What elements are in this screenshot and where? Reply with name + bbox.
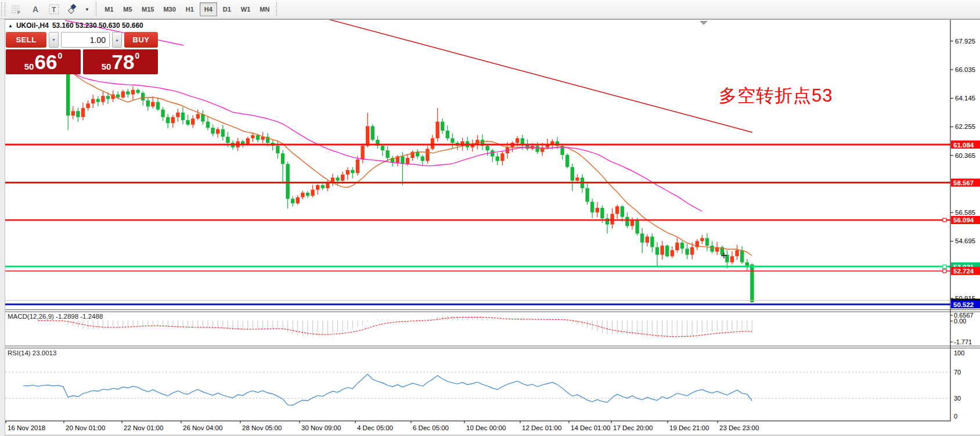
svg-text:70: 70 xyxy=(954,369,961,376)
volume-input[interactable] xyxy=(61,32,110,48)
date-tick-label: 23 Dec 23:00 xyxy=(719,424,759,431)
timeframe-button-m5[interactable]: M5 xyxy=(119,2,136,16)
date-tick-label: 4 Dec 05:00 xyxy=(357,424,393,431)
svg-text:T: T xyxy=(52,6,56,14)
sell-price-head: 50 xyxy=(24,62,34,71)
text-tool-icon[interactable]: A xyxy=(28,2,43,16)
svg-text:100: 100 xyxy=(954,349,964,356)
label-tool-icon[interactable]: T xyxy=(46,2,62,16)
price-tick-label: 67.925 xyxy=(955,38,975,45)
buy-price-big: 78 xyxy=(111,51,134,73)
sell-price-display[interactable]: 50 66 0 xyxy=(6,49,81,74)
date-tick-label: 28 Nov 05:00 xyxy=(242,424,282,431)
price-tick-label: 60.365 xyxy=(955,152,975,159)
trend-line-0[interactable] xyxy=(328,19,752,132)
timeframe-button-h4[interactable]: H4 xyxy=(200,2,217,16)
price-tick-label: 54.695 xyxy=(955,237,975,244)
window-gutter xyxy=(0,19,5,436)
date-tick-label: 16 Nov 2018 xyxy=(8,424,45,431)
date-tick-label: 26 Nov 04:00 xyxy=(183,424,222,431)
buy-button[interactable]: BUY xyxy=(124,32,158,48)
crosshair-grid-icon[interactable]: F xyxy=(9,2,24,16)
rsi-line xyxy=(23,374,752,406)
date-tick-label: 19 Dec 21:00 xyxy=(669,424,709,431)
collapse-arrow-icon[interactable]: ▲ xyxy=(8,23,13,28)
timeframe-group: M1M5M15M30H1H4D1W1MN xyxy=(100,2,274,16)
shapes-dropdown-caret-icon[interactable]: ▼ xyxy=(84,2,91,16)
buy-price-sup: 0 xyxy=(135,51,139,60)
price-tick-label: 56.585 xyxy=(955,209,975,216)
svg-text:0: 0 xyxy=(954,413,957,420)
price-badge: 50.522 xyxy=(953,301,974,308)
timeframe-button-d1[interactable]: D1 xyxy=(218,2,236,16)
buy-price-display[interactable]: 50 78 0 xyxy=(83,49,158,74)
timeframe-button-m1[interactable]: M1 xyxy=(100,2,118,16)
one-click-trading-panel: SELL ▼ ▲ BUY 50 66 0 50 78 0 xyxy=(6,32,158,74)
date-tick-label: 10 Dec 00:00 xyxy=(466,424,506,431)
volume-decrease-button[interactable]: ▼ xyxy=(49,32,59,48)
date-tick-label: 12 Dec 01:00 xyxy=(522,424,561,431)
symbol-period-label: UKOil-,H4 xyxy=(16,21,49,30)
toolbar: F A T ▼ M1M5M15M30H1H4D1W1MN xyxy=(0,0,980,19)
toolbar-separator xyxy=(276,2,277,16)
price-badge: 61.084 xyxy=(953,142,974,149)
date-tick-label: 17 Dec 20:00 xyxy=(613,424,653,431)
axes-layer: 1007030067.92566.03564.14562.25560.36556… xyxy=(5,20,980,436)
svg-text:F: F xyxy=(17,10,20,15)
price-tick-label: 62.255 xyxy=(955,123,975,130)
price-badge: 52.724 xyxy=(953,268,974,275)
bar-shift-marker-icon[interactable] xyxy=(700,21,708,25)
date-tick-label: 14 Dec 01:00 xyxy=(571,424,610,431)
timeframe-button-h1[interactable]: H1 xyxy=(181,2,199,16)
toolbar-grip[interactable] xyxy=(1,2,5,16)
macd-signal-line xyxy=(38,317,752,337)
timeframe-button-mn[interactable]: MN xyxy=(255,2,273,16)
toolbar-separator xyxy=(96,2,96,16)
macd-indicator-label: MACD(12,26,9) -1.2898 -1.2488 xyxy=(8,313,103,320)
sell-price-sup: 0 xyxy=(57,51,62,60)
date-tick-label: 6 Dec 05:00 xyxy=(413,424,449,431)
macd-pane[interactable] xyxy=(28,316,752,338)
chart-annotation: 多空转折点53 xyxy=(719,84,833,108)
date-tick-label: 22 Nov 01:00 xyxy=(124,424,163,431)
buy-price-head: 50 xyxy=(102,62,111,71)
sell-button[interactable]: SELL xyxy=(6,32,46,48)
timeframe-button-m30[interactable]: M30 xyxy=(159,2,179,16)
price-badge: 58.567 xyxy=(953,179,974,186)
timeframe-button-m15[interactable]: M15 xyxy=(138,2,158,16)
rsi-pane[interactable] xyxy=(5,372,950,405)
trading-terminal: F A T ▼ M1M5M15M30H1H4D1W1MN 1007030067.… xyxy=(0,0,980,436)
price-tick-label: 66.035 xyxy=(955,66,975,73)
sell-price-big: 66 xyxy=(34,51,57,73)
svg-text:-1.771: -1.771 xyxy=(954,338,972,345)
rsi-indicator-label: RSI(14) 23.0013 xyxy=(8,349,56,356)
price-tick-label: 64.145 xyxy=(955,95,975,102)
volume-increase-button[interactable]: ▲ xyxy=(112,32,122,48)
date-tick-label: 30 Nov 09:00 xyxy=(301,424,341,431)
svg-text:30: 30 xyxy=(954,395,961,402)
svg-text:0.00: 0.00 xyxy=(954,318,966,325)
price-badge: 56.094 xyxy=(953,217,974,224)
timeframe-button-w1[interactable]: W1 xyxy=(237,2,255,16)
ohlc-readout: 53.160 53.230 50.630 50.660 xyxy=(52,21,143,30)
chart-title: ▲ UKOil-,H4 53.160 53.230 50.630 50.660 xyxy=(8,21,143,30)
date-tick-label: 20 Nov 01:00 xyxy=(66,424,105,431)
shapes-icon[interactable] xyxy=(65,2,80,16)
